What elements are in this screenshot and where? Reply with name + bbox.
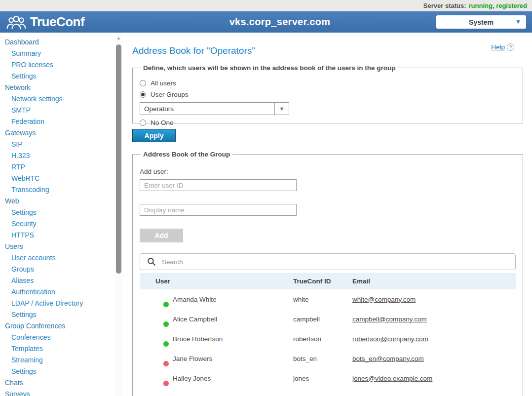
server-status-value: running, registered [469,2,527,9]
search-box[interactable] [140,253,516,270]
trueconf-id: robertson [293,335,352,343]
apply-button[interactable]: Apply [132,129,176,142]
sidebar-item-settings[interactable]: Settings [0,71,124,82]
search-icon [147,257,156,266]
display-name-input[interactable] [140,204,297,216]
user-name: Jane Flowers [173,355,212,362]
avatar [154,372,168,385]
sidebar-item-pro-licenses[interactable]: PRO licenses [0,59,124,71]
user-name: Hailey Jones [173,375,211,382]
sidebar-item-https[interactable]: HTTPS [0,230,124,241]
user-name: Bruce Robertson [173,335,223,343]
avatar [154,332,168,346]
table-row[interactable]: Alice Campbellcampbellcampbell@company.c… [140,309,516,329]
email-link[interactable]: white@company.com [352,296,416,303]
radio-no-one[interactable] [140,119,146,126]
radio-option-no-one[interactable]: No One [140,119,516,126]
trueconf-id: bots_en [293,355,352,362]
radio-option-all-users[interactable]: All users [140,79,516,87]
table-row[interactable]: Hailey Jonesjonesjones@video.example.com [140,368,516,388]
sidebar-item-gateways[interactable]: Gateways [0,127,124,139]
add-user-label: Add user: [140,168,516,175]
dropdown-arrow-icon[interactable]: ▼ [274,103,289,115]
email-link[interactable]: robertson@company.com [352,335,428,343]
search-input[interactable] [162,254,515,270]
sidebar-item-network[interactable]: Network [0,82,124,93]
sidebar-item-group-conferences[interactable]: Group Conferences [0,320,124,332]
sidebar-item-federation[interactable]: Federation [0,116,124,127]
radio-all-users[interactable] [140,80,146,86]
sidebar-item-network-settings[interactable]: Network settings [0,93,124,105]
help-link[interactable]: Help [491,43,505,51]
sidebar-item-security[interactable]: Security [0,218,124,230]
email-link[interactable]: jones@video.example.com [352,375,432,382]
sidebar-item-settings[interactable]: Settings [0,207,124,218]
status-dot [163,341,169,347]
sidebar-item-ldap-active-directory[interactable]: LDAP / Active Directory [0,298,124,309]
radio-option-user-groups[interactable]: User Groups [140,91,516,98]
header-email: Email [352,277,516,285]
sidebar-item-surveys[interactable]: Surveys [0,389,124,396]
email-link[interactable]: campbell@company.com [352,316,427,323]
status-dot [163,361,169,366]
page-title: Address Book for "Operators" [132,45,255,56]
trueconf-id: jones [293,375,352,382]
header-user: User [140,277,293,285]
table-body: Amanda Whitewhitewhite@company.comAlice … [140,289,516,388]
scroll-up-icon[interactable]: ▲ [115,34,122,40]
table-row[interactable]: Bruce Robertsonrobertsonrobertson@compan… [140,329,516,349]
email-link[interactable]: bots_en@company.com [352,355,424,362]
chevron-down-icon: ▼ [515,18,521,25]
users-table: User TrueConf ID Email Amanda Whitewhite… [140,273,516,388]
sidebar-item-rtp[interactable]: RTP [0,161,124,173]
sidebar-item-groups[interactable]: Groups [0,264,124,275]
question-mark-icon[interactable]: ? [507,43,514,51]
trueconf-id: campbell [293,316,352,323]
scrollbar-thumb[interactable] [116,44,121,274]
app-header: TrueConf vks.corp_server.com System ▼ [0,11,532,33]
trueconf-people-icon [6,15,27,30]
server-status-label: Server status: [423,2,466,9]
sidebar-item-sip[interactable]: SIP [0,139,124,150]
sidebar-item-webrtc[interactable]: WebRTC [0,173,124,184]
sidebar-item-user-accounts[interactable]: User accounts [0,252,124,264]
sidebar-item-dashboard[interactable]: Dashboard [0,37,124,48]
header-trueconf-id: TrueConf ID [293,277,352,285]
sidebar-item-aliases[interactable]: Aliases [0,275,124,286]
group-select-dropdown[interactable]: Operators ▼ [140,102,289,115]
system-menu-dropdown[interactable]: System ▼ [436,15,526,29]
user-id-input[interactable] [140,179,297,191]
sidebar-item-templates[interactable]: Templates [0,343,124,355]
address-book-fieldset: Address Book of the Group Add user: Add … [132,151,523,396]
status-dot [163,302,169,307]
sidebar-item-authentication[interactable]: Authentication [0,286,124,298]
user-name: Amanda White [173,296,217,303]
avatar [154,313,168,326]
sidebar-item-settings[interactable]: Settings [0,309,124,320]
brand: TrueConf [0,14,123,30]
sidebar-item-smtp[interactable]: SMTP [0,105,124,116]
brand-name: TrueConf [30,14,84,30]
table-row[interactable]: Amanda Whitewhitewhite@company.com [140,289,516,309]
sidebar-item-web[interactable]: Web [0,196,124,207]
sidebar-item-chats[interactable]: Chats [0,377,124,389]
group-select-value: Operators [140,105,274,113]
sidebar-item-transcoding[interactable]: Transcoding [0,184,124,196]
sidebar-item-h-323[interactable]: H.323 [0,150,124,161]
address-book-legend: Address Book of the Group [141,151,232,158]
main-content: Address Book for "Operators" Help ? Defi… [132,33,523,396]
sidebar-item-conferences[interactable]: Conferences [0,332,124,343]
sidebar-item-settings[interactable]: Settings [0,366,124,377]
sidebar-item-users[interactable]: Users [0,241,124,252]
server-status-bar: Server status: running, registered [0,0,532,11]
define-users-legend: Define, which users will be shown in the… [141,64,398,72]
sidebar-item-streaming[interactable]: Streaming [0,355,124,366]
add-button[interactable]: Add [140,229,183,242]
table-row[interactable]: Jane Flowersbots_enbots_en@company.com [140,349,516,368]
avatar [154,293,168,306]
radio-user-groups[interactable] [140,91,146,98]
sidebar-item-summary[interactable]: Summary [0,48,124,59]
user-name: Alice Campbell [173,316,217,323]
system-menu-label: System [469,18,494,26]
sidebar-scrollbar[interactable]: ▲ [115,34,122,396]
